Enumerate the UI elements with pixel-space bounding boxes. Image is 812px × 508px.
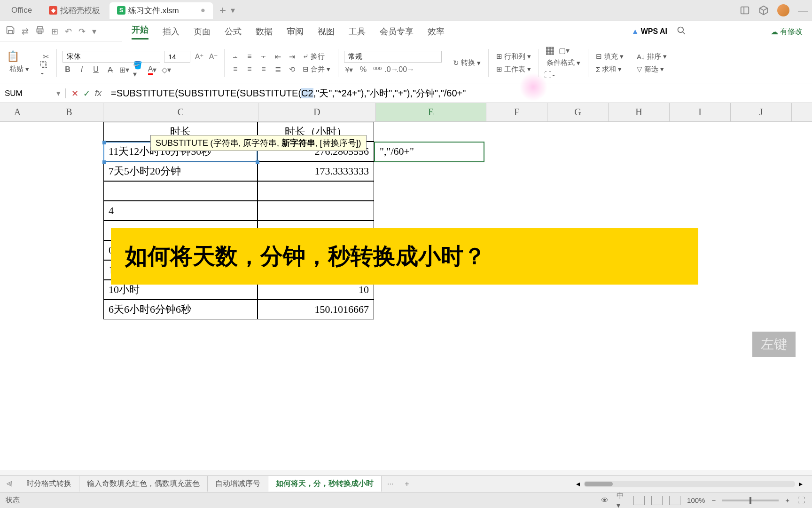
tab-office[interactable]: Office <box>4 3 39 18</box>
currency-icon[interactable]: ¥▾ <box>344 64 354 75</box>
cell-style-icon[interactable]: ▢▾ <box>559 45 569 56</box>
col-header-C[interactable]: C <box>103 103 258 121</box>
number-format-select[interactable] <box>344 51 442 63</box>
convert-button[interactable]: ↻转换▾ <box>451 57 483 68</box>
user-avatar[interactable] <box>777 4 789 16</box>
panel-icon[interactable] <box>740 5 750 16</box>
sheet-nav-prev[interactable]: ⫷ <box>0 480 19 488</box>
strikethrough-icon[interactable]: A̶ <box>105 64 115 75</box>
justify-icon[interactable]: ≣ <box>273 64 283 74</box>
fullscreen-icon[interactable]: ⛶ <box>796 495 806 506</box>
cell-C5[interactable]: 4 <box>103 201 258 221</box>
fill-button[interactable]: ⊟填充▾ <box>594 51 625 62</box>
spreadsheet-grid[interactable]: 时长时长（小时） 11天12小时16分钟50秒276.2805556 7天5小时… <box>0 122 812 470</box>
font-color-icon[interactable]: A▾ <box>147 64 157 75</box>
menu-data[interactable]: 数据 <box>256 26 273 37</box>
zoom-slider[interactable] <box>722 500 779 501</box>
decrease-font-icon[interactable]: A⁻ <box>208 52 219 62</box>
sheet-tab-2[interactable]: 输入奇数填充红色，偶数填充蓝色 <box>79 476 208 492</box>
save-icon[interactable] <box>6 25 15 37</box>
accept-formula-icon[interactable]: ✓ <box>83 88 90 99</box>
tab-template[interactable]: ◆ 找稻壳模板 <box>41 2 108 19</box>
redo-icon[interactable]: ↷ <box>78 26 86 37</box>
col-header-I[interactable]: I <box>670 103 731 121</box>
col-header-D[interactable]: D <box>258 103 376 121</box>
menu-member[interactable]: 会员专享 <box>380 26 414 37</box>
increase-decimal-icon[interactable]: .0→ <box>386 64 397 75</box>
decrease-decimal-icon[interactable]: .00→ <box>400 64 411 75</box>
paste-button[interactable]: 粘贴▾ <box>8 64 31 74</box>
rowcol-button[interactable]: ⊞行和列▾ <box>494 51 533 62</box>
align-middle-icon[interactable]: ≡ <box>244 51 255 62</box>
active-cell-E2[interactable]: ","/60+" <box>374 142 484 162</box>
wrap-button[interactable]: ⤶换行 <box>301 51 327 62</box>
hscroll-right[interactable]: ▸ <box>799 479 803 488</box>
menu-start[interactable]: 开始 <box>132 24 148 40</box>
cell-D10[interactable]: 150.1016667 <box>258 300 374 319</box>
sheet-button[interactable]: ⊞工作表▾ <box>494 64 533 75</box>
print-icon[interactable] <box>35 25 45 37</box>
sheet-tab-4[interactable]: 如何将天，分，秒转换成小时 <box>268 476 382 492</box>
align-center-icon[interactable]: ≡ <box>244 64 255 74</box>
sort-button[interactable]: A↓排序▾ <box>635 51 669 62</box>
undo-icon[interactable]: ↶ <box>65 26 72 37</box>
hscroll-left[interactable]: ◂ <box>576 479 580 488</box>
fx-icon[interactable]: fx <box>95 88 102 99</box>
font-size-select[interactable] <box>164 51 190 63</box>
bold-icon[interactable]: B <box>62 64 73 75</box>
filter-button[interactable]: ▽筛选▾ <box>635 64 669 75</box>
sum-button[interactable]: Σ求和▾ <box>594 64 625 75</box>
orientation-icon[interactable]: ⟲ <box>287 64 297 74</box>
wps-ai-button[interactable]: ▲WPS AI <box>632 27 667 36</box>
sheet-more[interactable]: ∙∙∙ <box>382 480 399 488</box>
decrease-indent-icon[interactable]: ⇤ <box>273 51 283 62</box>
cell-D5[interactable] <box>258 201 374 221</box>
underline-icon[interactable]: U <box>91 64 101 75</box>
col-header-H[interactable]: H <box>609 103 670 121</box>
menu-page[interactable]: 页面 <box>194 26 211 37</box>
copy-icon[interactable]: ⿻▾ <box>40 64 51 74</box>
menu-efficiency[interactable]: 效率 <box>428 26 445 37</box>
zoom-in[interactable]: + <box>785 496 789 504</box>
zoom-out[interactable]: − <box>711 496 716 504</box>
cell-D4[interactable] <box>258 181 374 201</box>
percent-icon[interactable]: % <box>358 64 368 75</box>
col-header-F[interactable]: F <box>486 103 547 121</box>
fill-color-icon[interactable]: 🪣▾ <box>133 64 143 75</box>
cell-C3[interactable]: 7天5小时20分钟 <box>103 161 258 181</box>
minimize-button[interactable]: — <box>798 5 808 16</box>
cell-D3[interactable]: 173.3333333 <box>258 161 374 181</box>
hscroll-thumb[interactable] <box>585 482 613 486</box>
normal-view-icon[interactable] <box>633 496 645 505</box>
col-header-J[interactable]: J <box>731 103 792 121</box>
col-header-E[interactable]: E <box>376 103 486 121</box>
col-header-G[interactable]: G <box>547 103 609 121</box>
cell-C10[interactable]: 6天6小时6分钟6秒 <box>103 300 258 319</box>
increase-font-icon[interactable]: A⁺ <box>194 52 204 62</box>
menu-review[interactable]: 审阅 <box>287 26 304 37</box>
sheet-tab-3[interactable]: 自动增减序号 <box>208 476 268 492</box>
search-icon[interactable] <box>677 26 686 38</box>
menu-view[interactable]: 视图 <box>318 26 335 37</box>
menu-formula[interactable]: 公式 <box>225 26 242 37</box>
table-format-icon[interactable]: ▦ <box>545 45 555 56</box>
merge-button[interactable]: ⊟合并▾ <box>301 64 332 75</box>
page-view-icon[interactable] <box>651 496 663 505</box>
tab-add-button[interactable]: + <box>219 4 226 17</box>
comma-icon[interactable]: ⁰⁰⁰ <box>372 64 383 75</box>
eye-icon[interactable]: 👁 <box>600 495 610 506</box>
col-header-A[interactable]: A <box>0 103 35 121</box>
tab-menu-button[interactable]: ▾ <box>231 5 235 16</box>
align-left-icon[interactable]: ≡ <box>230 64 241 74</box>
italic-icon[interactable]: I <box>77 64 87 75</box>
preview-icon[interactable]: ⊞ <box>51 26 58 37</box>
name-box[interactable]: SUM▾ <box>0 88 66 98</box>
cancel-formula-icon[interactable]: ✕ <box>71 88 78 99</box>
sheet-add[interactable]: + <box>399 480 414 488</box>
paste-icon[interactable]: 📋 <box>8 51 18 62</box>
cell-C4[interactable] <box>103 181 258 201</box>
zoom-level[interactable]: 100% <box>687 496 705 504</box>
condfmt-button[interactable]: 条件格式▾ <box>545 57 582 68</box>
qat-dropdown-icon[interactable]: ▾ <box>92 26 96 37</box>
align-right-icon[interactable]: ≡ <box>258 64 269 74</box>
